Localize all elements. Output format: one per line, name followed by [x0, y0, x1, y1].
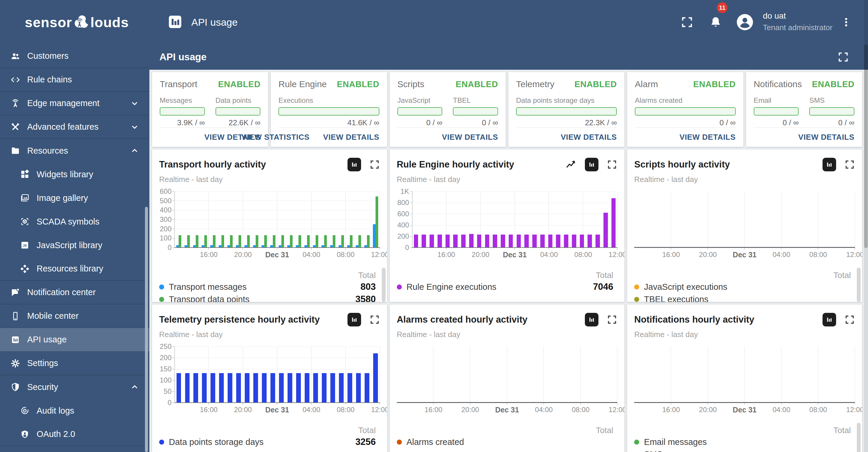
status-badge: ENABLED — [812, 80, 855, 89]
legend-item-javascript-executions[interactable]: JavaScript executions — [634, 281, 855, 293]
chart-fullscreen-button[interactable] — [844, 314, 855, 325]
svg-text:JS: JS — [23, 244, 27, 247]
bar-chart-button[interactable] — [823, 313, 836, 326]
bars — [634, 191, 855, 247]
sidebar-item-resources[interactable]: Resources — [0, 139, 149, 162]
view-details-button[interactable]: VIEW DETAILS — [323, 133, 379, 142]
fullscreen-icon[interactable] — [681, 16, 693, 30]
sidebar-item-resources-library[interactable]: Resources library — [0, 257, 149, 281]
y-axis-tick: 600 — [159, 187, 172, 195]
y-axis-tick: 1K — [397, 187, 409, 195]
bell-icon[interactable] — [709, 16, 722, 30]
sidebar-item-scada-symbols[interactable]: SCADA symbols — [0, 210, 149, 233]
chart-fullscreen-button[interactable] — [844, 159, 855, 170]
view-details-button[interactable]: VIEW DETAILS — [561, 133, 617, 142]
dashboard-fullscreen-icon[interactable] — [837, 51, 849, 63]
legend-item-alarms-created[interactable]: Alarms created — [397, 436, 618, 448]
status-badge: ENABLED — [693, 80, 736, 89]
stat-label: Messages — [160, 96, 205, 104]
bar-chart-button[interactable] — [347, 313, 361, 326]
y-axis-tick: 0 — [159, 398, 172, 407]
sidebar-item-customers[interactable]: Customers — [0, 44, 149, 68]
usage-progress-bar — [809, 107, 855, 116]
sidebar-item-widgets-library[interactable]: Widgets library — [0, 162, 149, 186]
stat-value: 0 / ∞ — [754, 118, 799, 127]
bar-chart-button[interactable] — [347, 158, 361, 171]
status-badge: ENABLED — [575, 80, 617, 89]
sidebar-item-api-usage[interactable]: API usage — [0, 328, 149, 352]
x-axis-tick: 08:00 — [574, 250, 592, 259]
page-scrollbar-thumb[interactable] — [864, 44, 868, 248]
chevron-down-icon — [130, 123, 139, 131]
bar-chart-square-icon — [11, 335, 20, 344]
legend-scrollbar-thumb[interactable] — [857, 423, 861, 452]
card-title: Alarm — [635, 79, 658, 89]
legend-scrollbar-thumb[interactable] — [382, 268, 385, 302]
js-square-icon: JS — [20, 240, 30, 250]
view-details-button[interactable]: VIEW DETAILS — [798, 133, 855, 142]
bars — [634, 346, 855, 403]
y-axis-tick: 800 — [397, 199, 409, 207]
sidebar-item-mobile-center[interactable]: Mobile center — [0, 304, 149, 328]
sidebar-item-javascript-library[interactable]: JSJavaScript library — [0, 233, 149, 257]
usage-stat-javascript: JavaScript0 / ∞ — [397, 96, 442, 127]
chart-fullscreen-button[interactable] — [607, 159, 617, 170]
sidebar-item-audit-logs[interactable]: Audit logs — [0, 399, 149, 422]
chart-fullscreen-button[interactable] — [607, 314, 617, 325]
sidebar-item-image-gallery[interactable]: Image gallery — [0, 186, 149, 210]
x-axis-tick: 08:00 — [572, 405, 590, 414]
widgets-icon — [20, 170, 30, 179]
page-scrollbar[interactable] — [864, 0, 868, 452]
legend-item-email-messages[interactable]: Email messages — [634, 436, 855, 448]
sidebar-item-label: Resources — [27, 146, 68, 156]
logo-text-suffix: louds — [90, 14, 129, 30]
legend-item-sms-messages[interactable]: SMS messages — [634, 448, 855, 452]
charts-row-2: Telemetry persistence hourly activityRea… — [152, 305, 862, 452]
stat-value: 41.6K / ∞ — [278, 118, 379, 127]
chart-plot-area: 16:0020:00Dec 3104:0008:0012:00 — [397, 346, 618, 415]
sidebar-item-notification-center[interactable]: Notification center — [0, 281, 149, 304]
sidebar-item-edge-management[interactable]: Edge management — [0, 92, 149, 115]
chart-subtitle: Realtime - last day — [397, 330, 618, 339]
usage-stat-tbel: TBEL0 / ∞ — [453, 96, 498, 127]
usage-card-scripts: ScriptsENABLEDJavaScript0 / ∞TBEL0 / ∞VI… — [390, 72, 506, 147]
view-details-button[interactable]: VIEW DETAILS — [442, 133, 498, 142]
legend-item-rule-engine-executions[interactable]: Rule Engine executions7046 — [397, 281, 618, 293]
sidebar-item-security[interactable]: Security — [0, 375, 149, 399]
view-details-button[interactable]: VIEW DETAILS — [679, 133, 736, 142]
stat-label: Email — [754, 96, 799, 104]
line-chart-button[interactable] — [565, 159, 577, 170]
sidebar-item-advanced-features[interactable]: Advanced features — [0, 115, 149, 139]
bar-chart-button[interactable] — [823, 158, 836, 171]
sidebar-nav: CustomersRule chainsEdge managementAdvan… — [0, 44, 149, 452]
bar-chart-button[interactable] — [585, 313, 598, 326]
legend-item-transport-messages[interactable]: Transport messages803 — [159, 281, 380, 293]
stat-label: TBEL — [453, 96, 498, 104]
legend-total-label: Total — [634, 271, 855, 281]
avatar[interactable] — [736, 13, 754, 31]
sidebar-item-settings[interactable]: Settings — [0, 352, 149, 375]
gear-icon — [11, 359, 20, 368]
chart-fullscreen-button[interactable] — [369, 314, 380, 325]
y-axis-tick: 0 — [397, 243, 409, 252]
chart-panel-transport-hourly-activity: Transport hourly activityRealtime - last… — [152, 149, 387, 302]
legend-item-tbel-executions[interactable]: TBEL executions — [634, 293, 855, 302]
chart-subtitle: Realtime - last day — [397, 175, 618, 184]
sidebar-item-rule-chains[interactable]: Rule chains — [0, 68, 149, 92]
dashboard-content: TransportENABLEDMessages3.9K / ∞Data poi… — [149, 70, 868, 452]
legend-scrollbar-thumb[interactable] — [857, 268, 861, 302]
legend-item-transport-data-points[interactable]: Transport data points3580 — [159, 293, 380, 302]
plot — [175, 191, 380, 247]
kebab-menu-icon[interactable] — [840, 16, 852, 29]
sidebar-scrollbar[interactable] — [145, 207, 148, 452]
view-statistics-button[interactable]: VIEW STATISTICS — [242, 133, 309, 142]
x-axis-tick: 12:00 — [609, 250, 624, 259]
usage-progress-bar — [453, 107, 498, 116]
user-role: Tenant administrator — [763, 23, 833, 32]
people-icon — [11, 52, 20, 61]
legend-item-data-points-storage-days[interactable]: Data points storage days3256 — [159, 436, 380, 448]
x-axis-tick: 04:00 — [540, 250, 558, 259]
sidebar-item-oauth-2-0[interactable]: OAuth 2.0 — [0, 422, 149, 446]
chart-fullscreen-button[interactable] — [369, 159, 380, 170]
bar-chart-button[interactable] — [585, 158, 598, 171]
